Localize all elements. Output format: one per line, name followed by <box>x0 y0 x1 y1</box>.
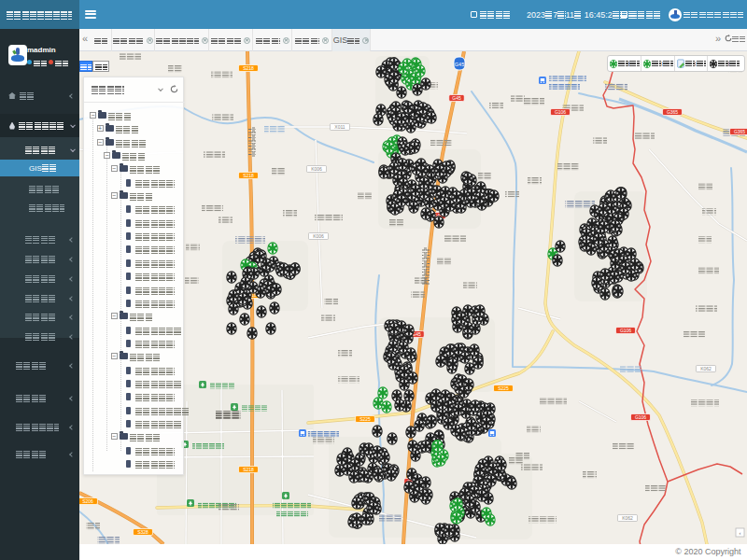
svg-text:S218: S218 <box>243 173 254 178</box>
svg-text:K006: K006 <box>313 233 324 239</box>
svg-text:G45: G45 <box>455 62 464 67</box>
svg-text:X011: X011 <box>334 124 345 130</box>
svg-text:G106: G106 <box>555 109 566 115</box>
svg-text:G365: G365 <box>667 109 678 115</box>
svg-text:K062: K062 <box>700 366 712 371</box>
svg-text:K062: K062 <box>622 515 633 521</box>
svg-text:S328: S328 <box>137 529 148 535</box>
svg-text:S225: S225 <box>359 416 371 422</box>
svg-text:G106: G106 <box>620 328 631 333</box>
svg-text:S206: S206 <box>82 498 93 504</box>
svg-text:K006: K006 <box>311 166 322 172</box>
svg-text:S218: S218 <box>243 65 254 71</box>
svg-text:G365: G365 <box>734 129 745 134</box>
svg-text:G45: G45 <box>452 95 461 101</box>
svg-text:S218: S218 <box>243 467 254 472</box>
svg-text:‹: ‹ <box>740 530 741 536</box>
svg-text:G106: G106 <box>635 414 646 420</box>
svg-text:S225: S225 <box>498 385 509 391</box>
